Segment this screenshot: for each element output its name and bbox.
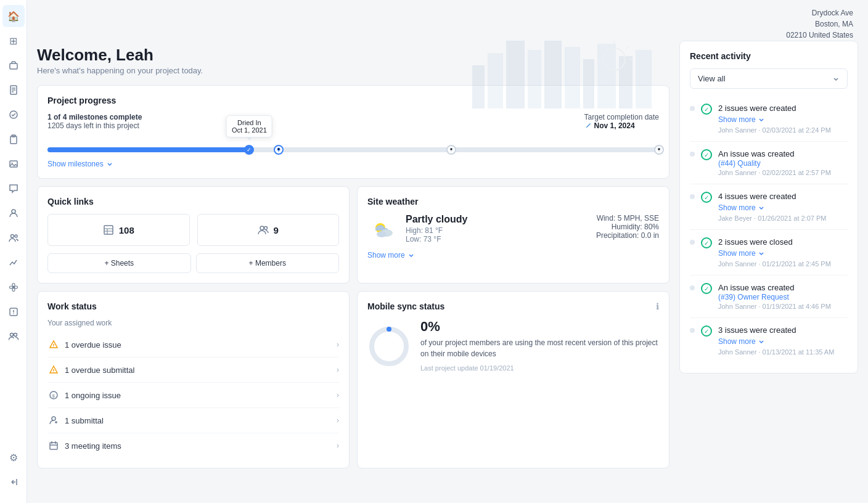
add-sheets-button[interactable]: + Sheets [47,253,191,273]
welcome-subtitle: Here's what's happening on your project … [37,66,203,75]
svg-rect-0 [10,63,17,69]
sidebar-item-people[interactable] [2,325,25,348]
show-more-activity-4[interactable]: Show more [718,248,764,259]
svg-rect-44 [104,226,113,234]
show-milestones-button[interactable]: Show milestones [47,160,113,168]
activity-filter-dropdown[interactable]: View all [690,68,848,89]
activity-title-1: 2 issues were created [718,104,848,113]
activity-body-3: 4 issues were created Show more Jake Bey… [718,192,848,222]
chevron-down-filter-icon [832,75,840,83]
show-milestones-label: Show milestones [47,160,104,168]
activity-title-5: An issue was created [718,283,848,292]
dollar-circle-icon: $ [49,390,59,400]
tooltip-line1: Dried In [232,119,267,126]
show-more-activity-3[interactable]: Show more [718,202,764,213]
svg-point-66 [372,329,406,364]
sidebar-item-image[interactable] [2,153,25,175]
show-more-weather-label: Show more [367,251,405,260]
svg-rect-30 [583,59,594,108]
overdue-submittal-label: 1 overdue submittal [65,366,134,375]
svg-rect-6 [10,136,17,144]
weather-precipitation: Precipitation: 0.0 in [596,231,659,240]
sidebar-item-chat[interactable] [2,178,25,200]
work-item-submittal[interactable]: 1 submittal › [47,408,339,433]
weather-condition: Partly cloudy [406,214,467,225]
svg-point-59 [52,417,55,420]
svg-line-39 [626,46,629,49]
users-icon [9,233,18,243]
triangle-warning-icon [49,340,59,350]
weather-details: Wind: 5 MPH, SSE Humidity: 80% Precipita… [596,214,659,240]
sidebar-item-settings[interactable]: ⚙ [2,446,25,468]
activity-item-5: ✓ An issue was created (#39) Owner Reque… [690,276,848,318]
check-circle-icon [9,110,18,120]
submittal-label: 1 submittal [65,416,104,425]
svg-point-11 [10,235,14,238]
info-icon[interactable]: ℹ [656,301,659,311]
show-more-label-1: Show more [718,115,756,124]
milestone-tooltip: Dried In Oct 1, 2021 [226,115,272,137]
sync-percent: 0% [420,319,659,335]
sidebar-item-grid[interactable]: ⊞ [2,30,25,52]
show-more-activity-1[interactable]: Show more [718,114,764,125]
show-more-weather-button[interactable]: Show more [367,251,415,260]
work-item-ongoing-issue[interactable]: $ 1 ongoing issue › [47,383,339,408]
ongoing-issue-label: 1 ongoing issue [65,391,121,400]
sidebar-item-analytics[interactable] [2,252,25,274]
activity-body-2: An issue was created (#44) Quality John … [718,149,848,176]
sidebar-item-user[interactable] [2,202,25,224]
show-more-activity-6[interactable]: Show more [718,336,764,347]
days-left: 1205 days left in this project [47,121,139,130]
activity-meta-1: John Sanner · 02/03/2021 at 2:24 PM [718,126,848,134]
quick-links-card: Quick links 108 9 [37,186,350,284]
activity-link-5[interactable]: (#39) Owner Request [718,293,789,301]
activity-filter-label: View all [698,74,726,83]
svg-rect-24 [472,65,485,108]
sidebar-item-rfi[interactable] [2,301,25,323]
sidebar-item-clipboard[interactable] [2,128,25,150]
chevron-down-weather-icon [407,252,415,259]
svg-rect-26 [506,41,525,108]
svg-point-41 [277,148,280,150]
svg-rect-25 [488,53,503,108]
timeline-connector-3 [690,194,695,199]
activity-check-6: ✓ [701,325,712,337]
sync-content: 0% of your project members are using the… [367,319,659,372]
left-column: Welcome, Leah Here's what's happening on… [37,41,669,493]
image-icon [9,159,18,169]
flower-icon [9,282,18,292]
weather-main: Partly cloudy High: 81 °F Low: 73 °F Win… [367,214,659,245]
activity-check-3: ✓ [701,192,712,203]
calendar-icon-svg [49,441,59,451]
sheets-count: 108 [119,225,134,235]
work-item-overdue-issue[interactable]: 1 overdue issue › [47,332,339,358]
sidebar-item-users[interactable] [2,227,25,249]
sidebar: 🏠 ⊞ [0,0,27,503]
meeting-items-label: 3 meeting items [65,441,121,451]
timeline-connector-6 [690,328,695,333]
sidebar-item-box[interactable] [2,54,25,76]
members-icon [258,224,269,235]
chevron-down-activity-4 [758,250,764,256]
activity-check-5: ✓ [701,283,712,294]
timeline-connector-1 [690,106,695,111]
activity-item-2: ✓ An issue was created (#44) Quality Joh… [690,142,848,184]
activity-link-2[interactable]: (#44) Quality [718,159,761,168]
sidebar-item-document[interactable] [2,79,25,101]
activity-body-6: 3 issues were created Show more John San… [718,325,848,356]
activity-title-4: 2 issues were closed [718,237,848,247]
sidebar-bottom: ⚙ [2,446,25,498]
chevron-down-activity-3 [758,205,764,211]
activity-check-1: ✓ [701,104,712,115]
add-members-button[interactable]: + Members [196,253,340,273]
work-item-overdue-submittal[interactable]: 1 overdue submittal › [47,358,339,383]
sidebar-item-check[interactable] [2,104,25,126]
svg-rect-32 [619,56,633,108]
sidebar-item-flower[interactable] [2,276,25,298]
svg-point-42 [450,148,452,150]
work-item-meeting[interactable]: 3 meeting items › [47,433,339,458]
pin-icon [276,147,281,152]
sidebar-item-home[interactable]: 🏠 [2,5,25,27]
sidebar-item-collapse[interactable] [2,471,25,493]
activity-check-4: ✓ [701,237,712,248]
